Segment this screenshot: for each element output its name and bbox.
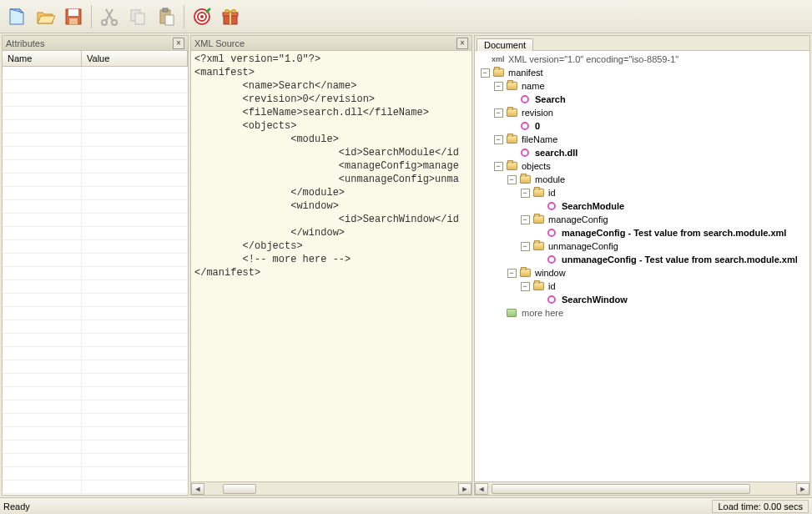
copy-button[interactable] bbox=[124, 3, 151, 30]
tree-leaf[interactable]: 0 bbox=[478, 119, 809, 133]
attributes-header: Attributes × bbox=[3, 36, 188, 51]
folder-icon bbox=[518, 266, 532, 280]
scroll-left-icon[interactable]: ◄ bbox=[475, 483, 488, 495]
svg-rect-17 bbox=[229, 13, 231, 24]
collapse-icon[interactable]: − bbox=[521, 242, 530, 251]
status-loadtime: Load time: 0.00 secs bbox=[712, 500, 809, 513]
tab-document[interactable]: Document bbox=[477, 38, 533, 51]
svg-rect-8 bbox=[135, 13, 144, 24]
attributes-panel: Attributes × Name Value bbox=[2, 35, 189, 496]
text-node-icon bbox=[518, 93, 532, 106]
folder-icon bbox=[532, 239, 545, 253]
folder-icon bbox=[492, 66, 505, 79]
svg-marker-0 bbox=[10, 9, 23, 24]
tree-leaf[interactable]: search.dll bbox=[478, 146, 809, 159]
xml-editor[interactable]: <?xml version="1.0"?> <manifest> <name>S… bbox=[191, 51, 472, 481]
scroll-right-icon[interactable]: ► bbox=[458, 483, 472, 495]
xml-hscrollbar[interactable]: ◄ ► bbox=[191, 481, 472, 495]
toolbar-separator bbox=[184, 5, 184, 28]
tree-node-unmanageconfig[interactable]: − unmanageConfig bbox=[478, 239, 809, 253]
attributes-close-icon[interactable]: × bbox=[173, 38, 184, 49]
tree-node-id[interactable]: − id bbox=[478, 280, 809, 293]
xml-title: XML Source bbox=[194, 38, 456, 48]
xml-close-icon[interactable]: × bbox=[456, 38, 468, 49]
tree-node-filename[interactable]: − fileName bbox=[478, 133, 809, 146]
attr-col-name[interactable]: Name bbox=[3, 51, 82, 66]
folder-icon bbox=[532, 186, 545, 199]
attributes-columns: Name Value bbox=[3, 51, 188, 67]
svg-point-14 bbox=[200, 15, 204, 18]
document-hscrollbar[interactable]: ◄ ► bbox=[475, 481, 809, 495]
tree-comment[interactable]: more here bbox=[478, 306, 809, 320]
target-button[interactable] bbox=[189, 3, 215, 30]
new-button[interactable] bbox=[3, 3, 30, 30]
folder-icon bbox=[505, 106, 518, 119]
status-ready: Ready bbox=[3, 501, 30, 511]
folder-icon bbox=[532, 213, 545, 226]
xml-decl-icon: xml bbox=[492, 53, 505, 66]
attributes-grid[interactable] bbox=[3, 67, 188, 495]
text-node-icon bbox=[545, 253, 558, 266]
main-area: Attributes × Name Value bbox=[0, 33, 812, 497]
document-panel: Document xml XML version="1.0" encoding=… bbox=[474, 35, 810, 496]
attributes-title: Attributes bbox=[6, 38, 173, 48]
tree-node-manifest[interactable]: − manifest bbox=[478, 66, 809, 79]
text-node-icon bbox=[545, 226, 558, 239]
text-node-icon bbox=[545, 199, 558, 213]
folder-icon bbox=[505, 79, 518, 93]
svg-rect-3 bbox=[68, 9, 78, 16]
comment-icon bbox=[505, 306, 518, 320]
collapse-icon[interactable]: − bbox=[521, 215, 530, 224]
gift-button[interactable] bbox=[217, 3, 244, 30]
tree-leaf[interactable]: SearchModule bbox=[478, 199, 809, 213]
tree-node-manageconfig[interactable]: − manageConfig bbox=[478, 213, 809, 226]
tree-xml-decl[interactable]: xml XML version="1.0" encoding="iso-8859… bbox=[478, 53, 809, 66]
svg-rect-4 bbox=[69, 18, 78, 24]
collapse-icon[interactable]: − bbox=[494, 162, 503, 171]
folder-icon bbox=[532, 280, 545, 293]
scroll-thumb[interactable] bbox=[492, 484, 750, 494]
svg-point-6 bbox=[112, 20, 117, 25]
collapse-icon[interactable]: − bbox=[494, 82, 503, 91]
xml-header: XML Source × bbox=[191, 36, 472, 51]
collapse-icon[interactable]: − bbox=[494, 135, 503, 144]
collapse-icon[interactable]: − bbox=[507, 269, 517, 278]
save-button[interactable] bbox=[60, 3, 87, 30]
folder-icon bbox=[518, 173, 532, 186]
svg-point-5 bbox=[102, 20, 107, 25]
tree-node-window[interactable]: − window bbox=[478, 266, 809, 280]
tree-leaf[interactable]: SearchWindow bbox=[478, 293, 809, 306]
main-toolbar bbox=[0, 0, 812, 33]
tree-node-module[interactable]: − module bbox=[478, 173, 809, 186]
scroll-left-icon[interactable]: ◄ bbox=[191, 483, 204, 495]
tree-leaf[interactable]: Search bbox=[478, 93, 809, 106]
tree-node-name[interactable]: − name bbox=[478, 79, 809, 93]
collapse-icon[interactable]: − bbox=[521, 189, 530, 198]
cut-button[interactable] bbox=[96, 3, 123, 30]
tree-node-objects[interactable]: − objects bbox=[478, 159, 809, 173]
svg-rect-10 bbox=[163, 8, 168, 12]
document-tabs: Document bbox=[475, 36, 809, 51]
text-node-icon bbox=[518, 146, 532, 159]
attr-col-value[interactable]: Value bbox=[82, 51, 188, 66]
scroll-thumb[interactable] bbox=[223, 484, 256, 494]
collapse-icon[interactable]: − bbox=[481, 68, 490, 78]
tree-node-id[interactable]: − id bbox=[478, 186, 809, 199]
document-tree[interactable]: xml XML version="1.0" encoding="iso-8859… bbox=[475, 51, 809, 481]
paste-button[interactable] bbox=[153, 3, 179, 30]
folder-icon bbox=[505, 133, 518, 146]
text-node-icon bbox=[545, 293, 558, 306]
collapse-icon[interactable]: − bbox=[521, 282, 530, 291]
text-node-icon bbox=[518, 119, 532, 133]
status-bar: Ready Load time: 0.00 secs bbox=[0, 497, 812, 514]
svg-rect-11 bbox=[165, 15, 174, 25]
folder-icon bbox=[505, 159, 518, 173]
collapse-icon[interactable]: − bbox=[494, 108, 503, 118]
tree-leaf[interactable]: manageConfig - Test value from search.mo… bbox=[478, 226, 809, 239]
open-button[interactable] bbox=[32, 3, 58, 30]
tree-leaf[interactable]: unmanageConfig - Test value from search.… bbox=[478, 253, 809, 266]
toolbar-separator bbox=[91, 5, 92, 28]
collapse-icon[interactable]: − bbox=[507, 175, 517, 184]
scroll-right-icon[interactable]: ► bbox=[796, 483, 809, 495]
tree-node-revision[interactable]: − revision bbox=[478, 106, 809, 119]
